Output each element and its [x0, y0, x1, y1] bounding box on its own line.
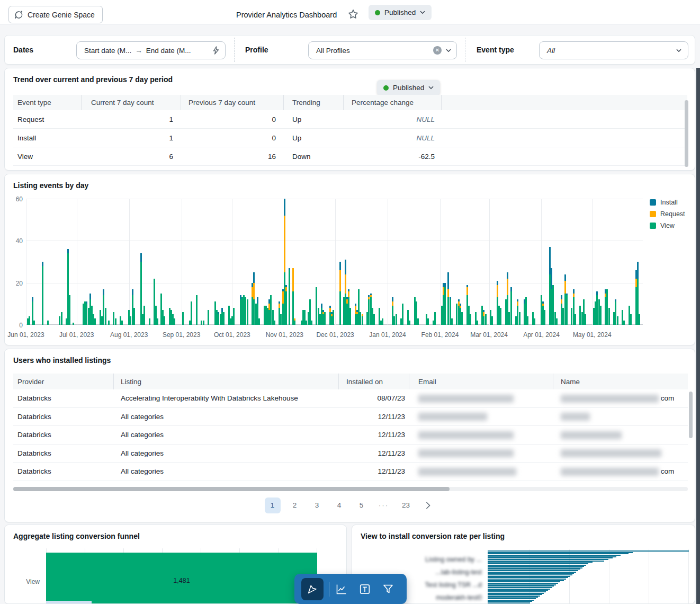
bar-segment — [285, 287, 287, 291]
bar-segment — [477, 321, 478, 325]
event-type-select[interactable]: All — [539, 41, 688, 59]
trend-previous-cell: 0 — [181, 116, 284, 123]
trend-trending-cell: Up — [284, 116, 344, 123]
stacked-bar — [585, 314, 586, 325]
bar-segment — [461, 312, 463, 325]
bar-segment — [483, 310, 484, 312]
favorite-star-icon[interactable] — [347, 8, 359, 20]
page-button[interactable]: 2 — [287, 498, 303, 513]
top-bar: Create Genie Space Provider Analytics Da… — [0, 0, 700, 24]
page-button[interactable]: 3 — [309, 498, 325, 513]
trend-table-body: Request10UpNULLInstall10UpNULLView616Dow… — [13, 110, 687, 166]
legend-swatch — [650, 223, 656, 229]
legend-swatch — [650, 199, 656, 206]
gridline — [129, 199, 130, 325]
stacked-bar — [289, 268, 290, 325]
redacted-email — [418, 468, 516, 476]
filter-separator — [234, 38, 235, 62]
next-page-button[interactable] — [420, 498, 436, 513]
redacted-name — [561, 395, 659, 403]
trend-change-cell: NULL — [344, 134, 442, 142]
bar-segment — [392, 297, 393, 301]
text-tool-button[interactable] — [354, 578, 376, 600]
users-column-header: Name — [553, 374, 688, 389]
stacked-bar — [417, 318, 419, 325]
bar-segment — [191, 301, 192, 325]
filter-strip: Dates Start date (M... → End date (M... … — [4, 35, 695, 65]
bar-segment — [94, 318, 96, 325]
date-range-input[interactable]: Start date (M... → End date (M... — [76, 41, 226, 59]
stacked-bar — [42, 262, 43, 325]
bar-segment — [164, 316, 165, 325]
page-button[interactable]: 1 — [265, 498, 281, 513]
listing-cell: All categories — [114, 449, 339, 457]
chart-tool-button[interactable] — [330, 578, 353, 600]
bar-segment — [497, 281, 498, 285]
end-date-placeholder: End date (M... — [146, 47, 191, 55]
redacted-name — [561, 468, 659, 476]
bar-segment — [208, 310, 209, 325]
bar-segment — [637, 262, 639, 279]
trend-vertical-scrollbar[interactable] — [685, 100, 688, 167]
profile-select[interactable]: All Profiles ✕ — [308, 41, 457, 59]
x-tick-label: Aug 01, 2023 — [105, 331, 153, 339]
name-suffix: com — [659, 467, 674, 475]
bar-segment — [329, 308, 331, 312]
conversion-title: View to install conversion rate per list… — [361, 532, 505, 540]
gridline — [489, 199, 490, 325]
listing-events-widget: Listing events by day 0204060 Jun 01, 20… — [4, 174, 695, 345]
trend-published-dropdown[interactable]: Published — [377, 80, 440, 95]
users-horizontal-scrollbar-track[interactable] — [13, 487, 688, 491]
bar-segment — [108, 321, 110, 325]
bar-segment — [608, 308, 610, 325]
bar-segment — [29, 316, 30, 325]
bar-segment — [564, 274, 566, 281]
table-row: Install10UpNULL — [13, 129, 687, 147]
redacted-email — [418, 449, 514, 457]
bar-segment — [274, 321, 275, 325]
bar-segment — [67, 249, 69, 253]
bar-segment — [596, 291, 598, 296]
bar-segment — [221, 308, 223, 312]
gridline — [278, 548, 279, 553]
redacted-email — [418, 395, 514, 403]
trend-event-cell: Install — [13, 134, 82, 142]
bar-segment — [105, 308, 106, 325]
table-row: DatabricksAll categories12/11/23 com — [13, 463, 688, 481]
stacked-bar — [333, 310, 334, 325]
clear-profile-icon[interactable]: ✕ — [433, 46, 442, 55]
stacked-bar — [174, 318, 175, 325]
page-button[interactable]: 4 — [331, 498, 347, 513]
name-cell-redacted — [553, 412, 688, 421]
stacked-bar — [311, 321, 312, 325]
side-panel-edge — [696, 68, 700, 604]
provider-cell: Databricks — [13, 394, 114, 402]
bar-segment — [279, 301, 280, 304]
filter-tool-button[interactable] — [377, 578, 399, 600]
bar-segment — [417, 318, 419, 325]
users-vertical-scrollbar[interactable] — [689, 392, 693, 438]
profile-value: All Profiles — [316, 47, 350, 55]
bar-segment — [534, 318, 535, 325]
bar-segment — [639, 314, 640, 325]
gridline — [688, 549, 689, 604]
stacked-bar — [402, 304, 403, 325]
dashboard-canvas: Create Genie Space Provider Analytics Da… — [0, 0, 700, 604]
funnel-icon — [382, 583, 394, 596]
cursor-tool-button[interactable] — [301, 578, 324, 600]
bar-segment — [143, 306, 145, 325]
provider-cell: Databricks — [13, 431, 114, 439]
create-genie-space-button[interactable]: Create Genie Space — [8, 6, 103, 23]
page-button[interactable]: 23 — [398, 498, 414, 513]
floating-toolbar — [294, 574, 407, 604]
stacked-bar — [409, 321, 410, 325]
page-button[interactable]: 5 — [354, 498, 370, 513]
bar-segment — [623, 321, 625, 325]
publish-status-dropdown[interactable]: Published — [369, 5, 432, 20]
event-type-filter-label: Event type — [477, 46, 514, 54]
stacked-bar — [258, 318, 260, 325]
users-horizontal-scrollbar-thumb[interactable] — [13, 487, 450, 491]
gridline — [46, 548, 47, 553]
x-tick-label: Dec 01, 2023 — [311, 331, 359, 339]
users-column-header: Provider — [13, 374, 114, 389]
